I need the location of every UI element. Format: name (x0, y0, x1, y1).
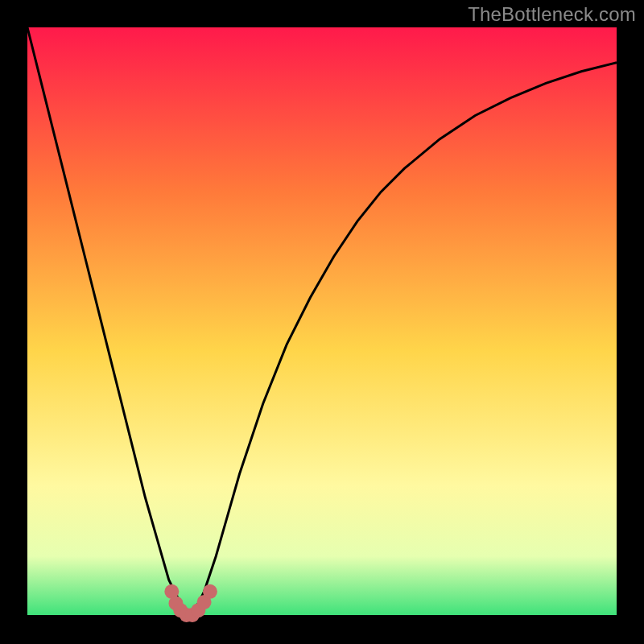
bottleneck-chart (0, 0, 644, 644)
plot-area (27, 27, 617, 615)
chart-container: TheBottleneck.com (0, 0, 644, 644)
min-dot (203, 584, 217, 599)
watermark-text: TheBottleneck.com (468, 3, 636, 26)
